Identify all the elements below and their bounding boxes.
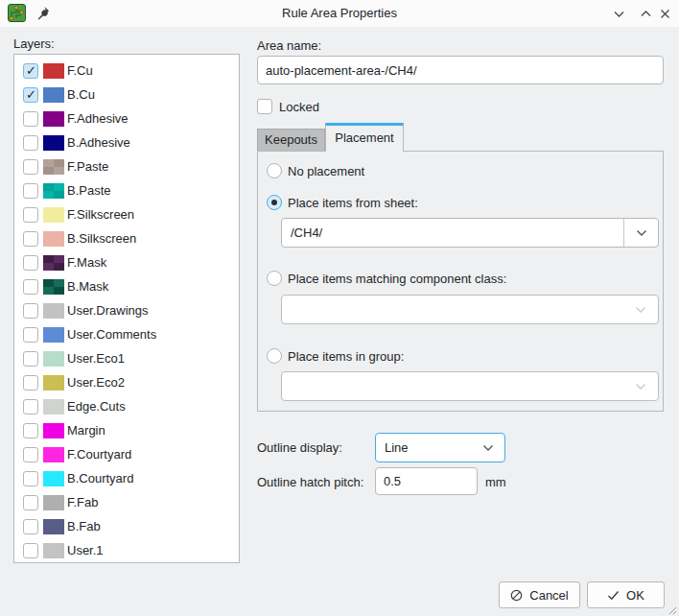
layer-row[interactable]: B.Silkscreen [14,226,239,250]
layer-checkbox[interactable] [23,135,38,151]
maximize-icon[interactable] [639,7,653,21]
layer-label: User.1 [67,543,104,557]
chevron-down-icon[interactable] [623,219,658,247]
titlebar: Rule Area Properties [0,0,679,27]
layer-row[interactable]: F.Silkscreen [14,202,239,226]
layer-row[interactable]: F.Mask [14,250,239,274]
layer-color-swatch [43,111,64,127]
layer-label: User.Eco2 [67,375,125,390]
layer-label: F.Courtyard [67,447,131,462]
tab-placement[interactable]: Placement [325,123,404,152]
locked-row[interactable]: Locked [257,99,319,114]
layer-row[interactable]: Margin [14,418,239,442]
layer-checkbox[interactable] [23,87,38,103]
layer-checkbox[interactable] [23,111,38,127]
layer-row[interactable]: F.Paste [14,154,239,178]
layer-row[interactable]: B.Courtyard [14,466,239,490]
locked-checkbox[interactable] [257,99,272,114]
layer-row[interactable]: User.Eco2 [14,370,239,394]
layer-row[interactable]: F.Fab [14,490,239,514]
layer-checkbox[interactable] [23,375,38,391]
layer-color-swatch [43,375,64,391]
layer-checkbox[interactable] [23,471,38,486]
sheet-combo[interactable]: /CH4/ [281,218,659,248]
place-in-group-radio[interactable] [267,348,282,364]
chevron-down-icon [623,372,658,400]
area-name-input[interactable] [257,56,664,84]
layer-checkbox[interactable] [23,399,38,415]
tab-keepouts[interactable]: Keepouts [257,129,325,151]
layer-checkbox[interactable] [23,63,38,79]
layers-list[interactable]: F.Cu B.Cu F.Adhesive B.Adhesive F.Paste … [13,54,240,563]
outline-hatch-pitch-input[interactable] [375,467,478,495]
layer-checkbox[interactable] [23,303,38,319]
layer-checkbox[interactable] [23,543,38,558]
layer-label: User.Drawings [67,303,149,318]
option-component-class[interactable]: Place items matching component class: [267,271,506,286]
layer-color-swatch [43,543,64,558]
component-class-radio[interactable] [267,271,282,286]
layer-checkbox[interactable] [23,423,38,438]
ok-button[interactable]: OK [587,581,665,608]
component-class-label: Place items matching component class: [288,272,506,286]
layer-label: F.Fab [67,495,99,509]
layer-label: B.Adhesive [67,135,130,150]
layer-row[interactable]: User.Drawings [14,298,239,322]
layer-checkbox[interactable] [23,159,38,175]
layer-label: F.Paste [67,159,108,174]
layer-label: User.Eco1 [67,351,125,366]
layer-row[interactable]: B.Paste [14,178,239,202]
layer-checkbox[interactable] [23,327,38,343]
resize-grip[interactable] [667,604,677,615]
layers-label: Layers: [13,36,55,51]
sheet-combo-value: /CH4/ [282,225,623,240]
layer-color-swatch [43,183,64,199]
layer-label: B.Paste [67,183,111,198]
no-placement-label: No placement [288,164,364,178]
layer-row[interactable]: F.Adhesive [14,107,239,130]
cancel-button[interactable]: Cancel [499,581,580,608]
layer-color-swatch [43,327,64,343]
layer-checkbox[interactable] [23,207,38,223]
layer-checkbox[interactable] [23,279,38,295]
layer-color-swatch [43,63,64,79]
layer-checkbox[interactable] [23,231,38,247]
layer-color-swatch [43,447,64,462]
hatch-pitch-unit: mm [485,475,506,489]
layer-row[interactable]: User.Eco1 [14,346,239,370]
option-no-placement[interactable]: No placement [267,163,364,178]
option-place-in-group[interactable]: Place items in group: [267,348,404,364]
layer-row[interactable]: B.Cu [14,83,239,107]
layer-row[interactable]: User.1 [14,538,239,562]
layer-row[interactable]: Edge.Cuts [14,394,239,418]
minimize-icon[interactable] [612,7,626,21]
layer-label: F.Cu [67,63,93,78]
layer-checkbox[interactable] [23,447,38,462]
layer-label: B.Silkscreen [67,231,136,246]
layer-checkbox[interactable] [23,495,38,510]
layer-row[interactable]: B.Adhesive [14,130,239,154]
layer-row[interactable]: User.Comments [14,322,239,346]
layer-row[interactable]: B.Mask [14,274,239,298]
layer-row[interactable]: F.Courtyard [14,442,239,466]
layer-label: Edge.Cuts [67,399,126,414]
group-combo[interactable] [281,371,659,401]
layer-label: F.Mask [67,255,106,270]
layer-checkbox[interactable] [23,255,38,271]
outline-display-select[interactable]: Line [375,433,505,462]
no-placement-radio[interactable] [267,163,282,178]
layer-color-swatch [43,495,64,510]
outline-hatch-pitch-label: Outline hatch pitch: [257,475,363,489]
layer-checkbox[interactable] [23,351,38,367]
option-place-from-sheet[interactable]: Place items from sheet: [267,195,418,210]
place-in-group-label: Place items in group: [288,349,404,364]
layer-color-swatch [43,159,64,175]
layer-row[interactable]: F.Cu [14,59,239,83]
layer-checkbox[interactable] [23,519,38,534]
layer-row[interactable]: B.Fab [14,514,239,538]
layer-checkbox[interactable] [23,183,38,199]
layer-color-swatch [43,207,64,223]
place-from-sheet-radio[interactable] [267,195,282,210]
close-icon[interactable] [658,7,672,21]
component-class-combo[interactable] [281,295,659,324]
